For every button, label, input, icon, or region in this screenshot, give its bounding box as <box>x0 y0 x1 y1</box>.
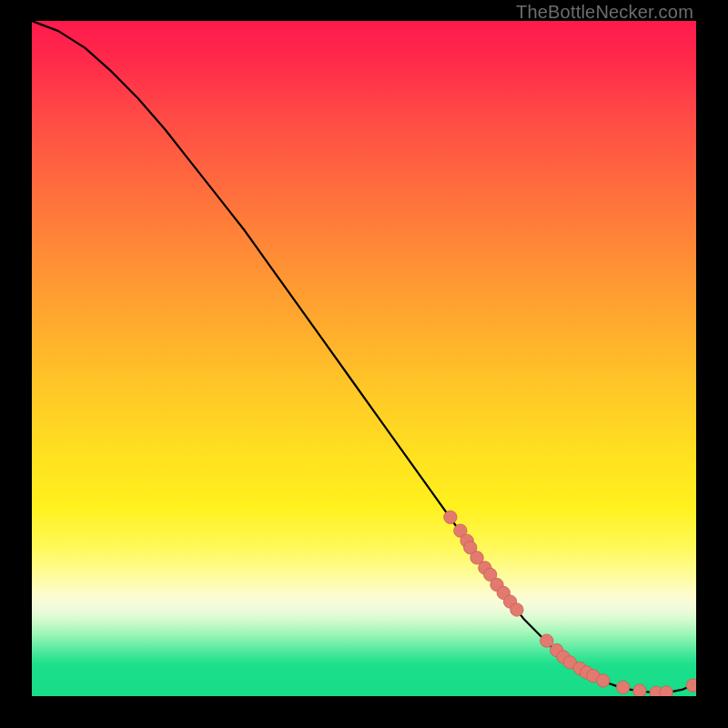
marker-point <box>597 674 610 687</box>
marker-point <box>686 679 696 692</box>
highlighted-points <box>444 511 696 696</box>
marker-point <box>511 603 523 616</box>
chart-stage: TheBottleNecker.com <box>0 0 728 728</box>
marker-point <box>541 634 553 647</box>
marker-point <box>444 511 457 523</box>
marker-point <box>633 684 646 696</box>
watermark-text: TheBottleNecker.com <box>516 2 693 23</box>
marker-point <box>617 681 630 693</box>
curve-layer <box>32 21 696 696</box>
bottleneck-curve <box>32 21 696 693</box>
plot-area <box>32 21 696 696</box>
marker-point <box>660 686 672 696</box>
